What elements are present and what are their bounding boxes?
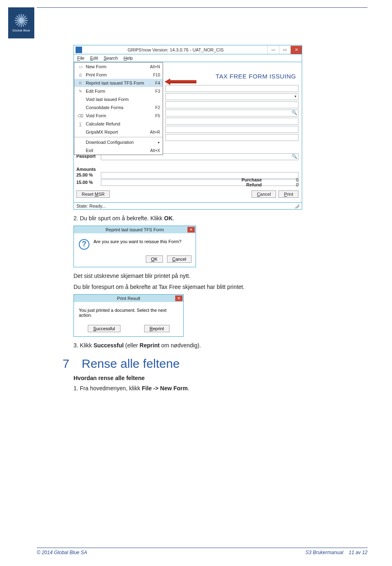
step-3-text: 3. Klikk Successful (eller Reprint om nø… bbox=[74, 342, 343, 349]
page-footer: © 2014 Global Blue SA S3 Brukermanual 11… bbox=[37, 548, 368, 555]
menu-shortcut: F10 bbox=[151, 73, 160, 77]
status-text: State: Ready... bbox=[76, 204, 106, 208]
section-7-heading: 7 Rense alle feltene bbox=[57, 357, 343, 371]
text-field[interactable] bbox=[165, 101, 298, 108]
menu-shortcut: F3 bbox=[153, 89, 160, 94]
menu-item-label: Download Configuration bbox=[86, 140, 156, 145]
section-7-subhead: Hvordan rense alle feltene bbox=[74, 375, 343, 381]
resize-grip-icon[interactable] bbox=[294, 204, 299, 208]
section-7-step1: 1. Fra hovedmenyen, klikk File -> New Fo… bbox=[74, 385, 343, 392]
dialog-close-button[interactable]: ✕ bbox=[187, 227, 195, 233]
menu-item[interactable]: ⎘Reprint last issued TFS FormF4 bbox=[74, 79, 163, 87]
menu-shortcut: F2 bbox=[153, 105, 160, 110]
menu-shortcut: F4 bbox=[153, 81, 160, 85]
menu-edit[interactable]: Edit bbox=[90, 56, 98, 60]
menu-item-label: New Form bbox=[86, 64, 147, 69]
close-button[interactable]: ✕ bbox=[290, 46, 302, 54]
top-rule bbox=[37, 7, 368, 8]
dropdown-field[interactable] bbox=[165, 93, 298, 100]
refund-label: Refund bbox=[225, 182, 262, 187]
star-icon bbox=[15, 14, 28, 27]
menu-item-label: Consolidate Forms bbox=[86, 105, 153, 110]
section-number: 7 bbox=[57, 357, 69, 371]
titlebar: GRIPS!now Version: 14.3.0.76 - UAT_NOR_C… bbox=[74, 45, 302, 54]
cancel-button[interactable]: Cancel bbox=[252, 190, 276, 198]
annotation-arrow-icon bbox=[165, 78, 196, 85]
edit-icon: ✎ bbox=[77, 88, 84, 94]
purchase-label: Purchase bbox=[225, 177, 262, 182]
menu-item[interactable]: ⌫Void FormF5 bbox=[74, 112, 163, 120]
menu-file[interactable]: File bbox=[77, 56, 85, 60]
dialog-title: Print Result ✕ bbox=[74, 295, 183, 302]
menu-item[interactable]: Download Configuration▸ bbox=[74, 138, 163, 146]
print-button[interactable]: Print bbox=[278, 190, 298, 198]
dialog-close-button[interactable]: ✕ bbox=[175, 295, 183, 301]
brand-logo: Global Blue bbox=[8, 7, 34, 38]
menu-shortcut: Alt+R bbox=[147, 130, 160, 134]
menu-shortcut: Alt+N bbox=[147, 65, 160, 69]
blank-icon bbox=[77, 129, 84, 135]
footer-page: 11 av 12 bbox=[349, 550, 368, 555]
mid-para-2: Du blir forespurt om å bekrefte at Tax F… bbox=[74, 283, 343, 291]
blank-icon bbox=[77, 96, 84, 102]
step-2-text: 2. Du blir spurt om å bekrefte. Klikk OK… bbox=[74, 215, 343, 222]
dialog-title: Reprint last issued TFS Form ✕ bbox=[74, 226, 196, 233]
minimize-button[interactable]: — bbox=[267, 46, 279, 54]
menu-item[interactable]: ✎Edit FormF3 bbox=[74, 87, 163, 95]
text-field[interactable] bbox=[165, 134, 298, 141]
amounts-label: Amounts bbox=[76, 167, 96, 172]
menu-item-label: Void Form bbox=[86, 113, 153, 118]
chevron-right-icon: ▸ bbox=[156, 140, 160, 144]
text-field[interactable] bbox=[165, 118, 298, 125]
form-heading: TAX FREE FORM ISSUING bbox=[216, 73, 296, 80]
app-icon bbox=[76, 47, 82, 53]
section-title: Rense alle feltene bbox=[82, 357, 180, 371]
cancel-button[interactable]: Cancel bbox=[167, 255, 192, 263]
successful-button[interactable]: Successful bbox=[88, 325, 120, 332]
menu-item[interactable]: ▭New FormAlt+N bbox=[74, 63, 163, 71]
menu-item[interactable]: Consolidate FormsF2 bbox=[74, 103, 163, 112]
menu-item[interactable]: GripsMX ReportAlt+R bbox=[74, 128, 163, 136]
menu-item-label: Void last issued Form bbox=[86, 97, 160, 102]
menu-search[interactable]: Search bbox=[104, 56, 118, 60]
rate1-label: 25.00 % bbox=[76, 172, 93, 177]
reprint-button[interactable]: Reprint bbox=[144, 325, 169, 332]
menu-item-label: Print Form bbox=[86, 72, 151, 77]
menu-help[interactable]: Help bbox=[124, 56, 133, 60]
void-icon: ⌫ bbox=[77, 113, 84, 119]
reprint-confirm-dialog: Reprint last issued TFS Form ✕ ? Are you… bbox=[74, 226, 196, 267]
reprint-icon: ⎘ bbox=[77, 80, 84, 86]
doc-icon: ▭ bbox=[77, 64, 84, 69]
refund-value: 0 bbox=[274, 182, 298, 187]
dialog-message: You just printed a document. Select the … bbox=[79, 308, 178, 318]
form-fields-upper bbox=[165, 85, 298, 142]
window-title: GRIPS!now Version: 14.3.0.76 - UAT_NOR_C… bbox=[84, 47, 267, 52]
print-result-dialog: Print Result ✕ You just printed a docume… bbox=[74, 294, 184, 337]
mid-para-1: Det sist utskrevne skjemaet blir printet… bbox=[74, 272, 343, 280]
search-field[interactable] bbox=[165, 110, 298, 116]
calc-icon: ∑ bbox=[77, 121, 84, 127]
menu-item-label: GripsMX Report bbox=[86, 130, 147, 134]
menu-shortcut: Alt+X bbox=[148, 148, 160, 153]
menu-shortcut: F5 bbox=[153, 114, 160, 118]
question-icon: ? bbox=[79, 239, 89, 250]
text-field[interactable] bbox=[165, 85, 298, 92]
menu-item[interactable]: ⎙Print FormF10 bbox=[74, 71, 163, 79]
blank-icon bbox=[77, 105, 84, 110]
footer-left: © 2014 Global Blue SA bbox=[37, 550, 87, 555]
menu-item-label: Calculate Refund bbox=[86, 121, 160, 126]
menu-item-label: Edit Form bbox=[86, 89, 153, 94]
purchase-value: 0 bbox=[274, 177, 298, 182]
maximize-button[interactable]: ▭ bbox=[279, 46, 290, 54]
menu-item[interactable]: ExitAlt+X bbox=[74, 146, 163, 154]
text-field[interactable] bbox=[165, 126, 298, 133]
menu-item-label: Exit bbox=[86, 148, 148, 153]
file-dropdown: ▭New FormAlt+N⎙Print FormF10⎘Reprint las… bbox=[74, 62, 163, 155]
blank-icon bbox=[77, 139, 84, 145]
menu-item[interactable]: Void last issued Form bbox=[74, 95, 163, 103]
menu-item[interactable]: ∑Calculate Refund bbox=[74, 120, 163, 128]
reset-msr-button[interactable]: Reset MSR bbox=[76, 190, 110, 198]
menu-item-label: Reprint last issued TFS Form bbox=[86, 81, 153, 85]
ok-button[interactable]: OK bbox=[146, 255, 163, 263]
brand-label: Global Blue bbox=[12, 29, 30, 32]
